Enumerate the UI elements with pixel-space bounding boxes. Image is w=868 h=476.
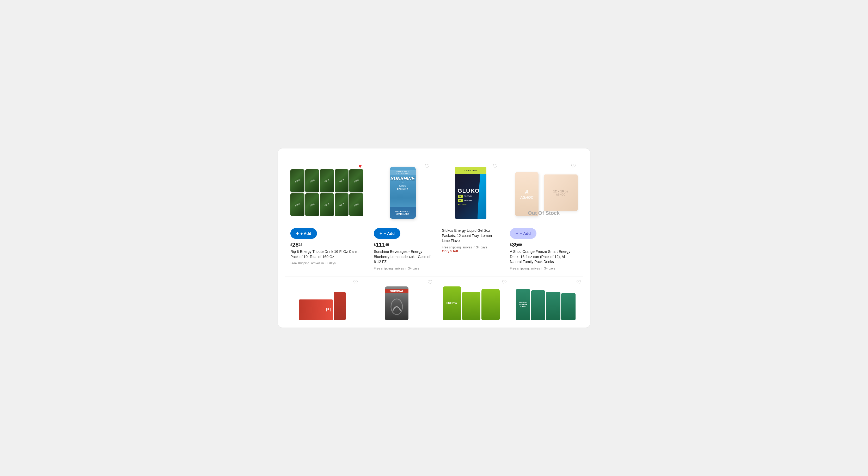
wishlist-button-original[interactable]: ♡ [427, 279, 432, 286]
product-grid-container: ♥ + + Add $ [278, 148, 590, 328]
glukos-caffeine-label: ★ CAFFEINE [458, 204, 467, 205]
ashoc-box-brand: ASHOC [556, 193, 565, 196]
sunshine-sub: ☀ [402, 181, 403, 183]
price-cents-sunshine: 45 [385, 243, 389, 247]
ripit-can-9 [335, 193, 349, 216]
product-name-glukos: Glukos Energy Liquid Gel 2oz Packets, 12… [442, 228, 499, 243]
glukos-body: GLUKOS 2X ENERGY 2X FASTER ★ CAFFEINE [455, 174, 486, 219]
sunshine-good: Good [399, 184, 406, 187]
product-cell-pi: ♡ PI [285, 279, 360, 322]
glukos-faster-label: FASTER [464, 199, 472, 202]
price-main-ripit: 28 [292, 242, 299, 248]
energy-small-can-1: ENERGY [443, 286, 461, 320]
energy-small-cans: ENERGY [443, 286, 500, 320]
ripit-can-6 [290, 193, 305, 216]
price-dollar-sign-sunshine: $ [374, 243, 376, 247]
pi-can-wrap: PI [299, 292, 346, 320]
product-cell-original: ♡ ORIGINAL [360, 279, 434, 322]
product-cell-winter: ♡ WINTERWONDERLAND [508, 279, 583, 322]
add-label-ripit: + Add [301, 231, 311, 236]
out-of-stock-overlay: Out Of Stock [510, 210, 578, 216]
energy-small-can-2 [462, 292, 480, 320]
glukos-2x-energy-badge: 2X [458, 195, 463, 198]
products-grid: ♥ + + Add $ [285, 157, 583, 277]
shipping-info-ashoc: Free shipping, arrives in 3+ days [510, 267, 578, 270]
ashoc-cans: A ASHOC 12 × 16 oz ASHOC Out Of Stock [510, 167, 578, 219]
original-swirl [389, 293, 405, 320]
glukos-2x-energy-row: 2X ENERGY [458, 195, 472, 198]
sunshine-energy: ENERGY [397, 188, 408, 191]
ripit-can-2 [305, 169, 319, 193]
pi-logo: PI [326, 307, 331, 313]
glukos-2x-faster-badge: 2X [458, 199, 463, 202]
price-dollar-sign-ashoc: $ [510, 243, 512, 247]
price-dollar-sign-ripit: $ [290, 243, 292, 247]
ripit-can-7 [305, 193, 319, 216]
product-image-pi: ♡ PI [290, 284, 354, 320]
wishlist-button-sunshine[interactable]: ♡ [425, 163, 430, 170]
original-label-text: ORIGINAL [385, 289, 408, 293]
energy-small-can-3 [482, 289, 500, 320]
wishlist-button-ripit[interactable]: ♥ [359, 163, 362, 170]
wishlist-button-energy-small[interactable]: ♡ [502, 279, 507, 286]
ripit-can-10 [349, 193, 363, 216]
product-name-ashoc: A Shoc Orange Freeze Smart Energy Drink,… [510, 249, 578, 265]
out-of-stock-label: Out Of Stock [528, 210, 560, 216]
product-image-ashoc: ♡ A ASHOC 12 × 16 oz ASHOC Out Of Stock [510, 162, 578, 224]
original-can: ORIGINAL [385, 286, 408, 320]
product-cell-glukos: ♡ Lemon Lime GLUKOS 2X ENERGY 2X FASTER [437, 157, 505, 277]
product-cell-ripit: ♥ + + Add $ [285, 157, 369, 277]
ashoc-main-logo: A [525, 189, 529, 195]
plus-icon-ripit: + [296, 231, 299, 236]
ripit-can-4 [335, 169, 349, 193]
product-image-glukos: ♡ Lemon Lime GLUKOS 2X ENERGY 2X FASTER [442, 162, 499, 224]
wishlist-button-pi[interactable]: ♡ [353, 279, 358, 286]
ashoc-box-label: 12 × 16 oz [553, 190, 568, 193]
stock-warning-glukos: Only 5 left [442, 249, 499, 253]
energy-brand: ENERGY [446, 302, 458, 305]
sunshine-flavor-wrap: BLUEBERRYLEMONADE [390, 207, 416, 219]
add-button-ashoc[interactable]: + + Add [510, 228, 536, 239]
add-label-sunshine: + Add [384, 231, 395, 236]
original-swirl-svg [389, 298, 405, 316]
glukos-top-flavor: Lemon Lime [455, 167, 486, 174]
glukos-2x-faster-row: 2X FASTER [458, 199, 472, 202]
sunshine-top-text: VITAMIN B12 & ELECTROLYTES [390, 170, 416, 175]
shipping-info-ripit: Free shipping, arrives in 3+ days [290, 262, 363, 265]
plus-icon-sunshine: + [379, 231, 382, 236]
product-image-winter: ♡ WINTERWONDERLAND [514, 284, 578, 320]
price-sunshine: $ 111 45 [374, 242, 431, 248]
product-name-ripit: Rip It Energy Tribute Drink 16 Fl Oz Can… [290, 249, 363, 259]
winter-can-3 [546, 292, 560, 320]
add-label-ashoc: + Add [520, 231, 531, 236]
ashoc-main-can: A ASHOC [515, 172, 538, 216]
ripit-can-1 [290, 169, 305, 193]
wishlist-button-winter[interactable]: ♡ [576, 279, 581, 286]
add-button-sunshine[interactable]: + + Add [374, 228, 400, 239]
pi-box: PI [299, 300, 333, 320]
wishlist-button-glukos[interactable]: ♡ [493, 163, 498, 170]
ripit-cans-grid [290, 169, 363, 216]
price-cents-ashoc: 99 [518, 243, 522, 247]
ripit-can-8 [320, 193, 334, 216]
winter-can-4 [561, 293, 576, 320]
plus-icon-ashoc: + [516, 231, 519, 236]
shipping-info-sunshine: Free shipping, arrives in 3+ days [374, 267, 431, 270]
glukos-energy-label: ENERGY [464, 195, 472, 197]
price-cents-ripit: 28 [299, 243, 302, 247]
ripit-can-3 [320, 169, 334, 193]
product-name-sunshine: Sunshine Beverages - Energy Blueberry Le… [374, 249, 431, 265]
product-image-original: ♡ ORIGINAL [365, 284, 429, 320]
product-cell-energy-small: ♡ ENERGY [434, 279, 508, 322]
add-button-ripit[interactable]: + + Add [290, 228, 317, 239]
bottom-products-grid: ♡ PI ♡ ORIGINAL [285, 279, 583, 322]
glukos-packet: Lemon Lime GLUKOS 2X ENERGY 2X FASTER ★ … [455, 167, 486, 219]
product-image-sunshine: ♡ VITAMIN B12 & ELECTROLYTES SUNSHINE ☀ … [374, 162, 431, 224]
ashoc-brand-text: ASHOC [520, 195, 534, 200]
product-cell-ashoc: ♡ A ASHOC 12 × 16 oz ASHOC Out Of Stock [505, 157, 583, 277]
wishlist-button-ashoc[interactable]: ♡ [571, 163, 576, 170]
product-image-ripit: ♥ [290, 162, 363, 224]
ripit-can-5 [349, 169, 363, 193]
glukos-stripe [477, 174, 486, 219]
price-ripit: $ 28 28 [290, 242, 363, 248]
